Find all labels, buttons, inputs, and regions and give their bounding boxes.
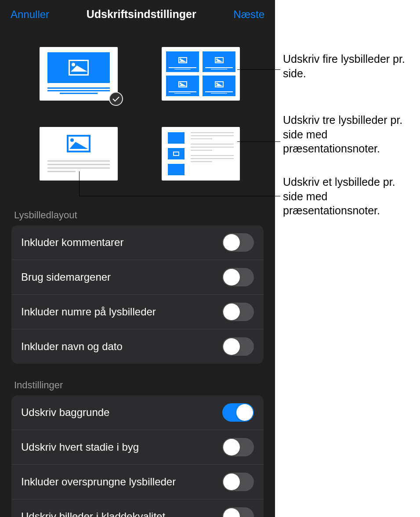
layout-option-single-slide[interactable] xyxy=(40,47,118,101)
row-label: Udskriv billeder i kladdekvalitet xyxy=(21,510,165,517)
print-settings-panel: Annuller Udskriftsindstillinger Næste xyxy=(0,0,275,517)
callout-one-slide-notes: Udskriv et lysbillede pr. side med præse… xyxy=(283,175,416,218)
row-label: Inkluder navn og dato xyxy=(21,340,123,353)
next-button[interactable]: Næste xyxy=(233,8,264,21)
row-include-name-date: Inkluder navn og dato xyxy=(11,329,264,364)
callout-line xyxy=(237,141,280,142)
layout-option-three-slides-notes[interactable] xyxy=(162,127,240,181)
row-use-page-margins: Brug sidemargener xyxy=(11,260,264,295)
row-label: Brug sidemargener xyxy=(21,271,111,283)
toggle-print-draft-quality[interactable] xyxy=(222,507,254,517)
row-print-backgrounds: Udskriv baggrunde xyxy=(11,395,264,430)
row-label: Udskriv baggrunde xyxy=(21,406,109,419)
toggle-include-slide-numbers[interactable] xyxy=(222,303,254,321)
callout-line xyxy=(237,69,280,70)
layout-thumbnails xyxy=(0,25,275,194)
callout-line xyxy=(79,171,80,196)
callout-four-slides: Udskriv fire lysbilleder pr. side. xyxy=(283,52,416,80)
row-include-comments: Inkluder kommentarer xyxy=(11,225,264,260)
row-include-skipped-slides: Inkluder oversprungne lysbilleder xyxy=(11,465,264,499)
toggle-include-name-date[interactable] xyxy=(222,337,254,356)
row-label: Inkluder numre på lysbilleder xyxy=(21,306,156,318)
layout-option-four-slides[interactable] xyxy=(162,47,240,101)
panel-header: Annuller Udskriftsindstillinger Næste xyxy=(0,0,275,25)
row-label: Inkluder kommentarer xyxy=(21,236,123,249)
layout-option-one-slide-notes[interactable] xyxy=(40,127,118,181)
callout-line xyxy=(79,196,280,196)
row-label: Udskriv hvert stadie i byg xyxy=(21,441,139,453)
row-include-slide-numbers: Inkluder numre på lysbilleder xyxy=(11,295,264,329)
cancel-button[interactable]: Annuller xyxy=(11,8,49,21)
row-label: Inkluder oversprungne lysbilleder xyxy=(21,476,176,488)
toggle-print-backgrounds[interactable] xyxy=(222,403,254,422)
toggle-include-skipped-slides[interactable] xyxy=(222,473,254,491)
annotation-overlay: Udskriv fire lysbilleder pr. side. Udskr… xyxy=(275,0,420,517)
section-label-settings: Indstillinger xyxy=(0,364,275,395)
callout-three-slides-notes: Udskriv tre lysbilleder pr. side med præ… xyxy=(283,113,416,156)
row-print-each-build-stage: Udskriv hvert stadie i byg xyxy=(11,430,264,465)
row-print-draft-quality: Udskriv billeder i kladdekvalitet xyxy=(11,499,264,517)
check-icon xyxy=(109,92,123,106)
section-label-layout: Lysbilledlayout xyxy=(0,194,275,225)
layout-options-list: Inkluder kommentarer Brug sidemargener I… xyxy=(11,225,264,364)
toggle-use-page-margins[interactable] xyxy=(222,268,254,286)
settings-options-list: Udskriv baggrunde Udskriv hvert stadie i… xyxy=(11,395,264,517)
toggle-print-each-build-stage[interactable] xyxy=(222,438,254,456)
panel-title: Udskriftsindstillinger xyxy=(49,8,233,21)
toggle-include-comments[interactable] xyxy=(222,233,254,252)
